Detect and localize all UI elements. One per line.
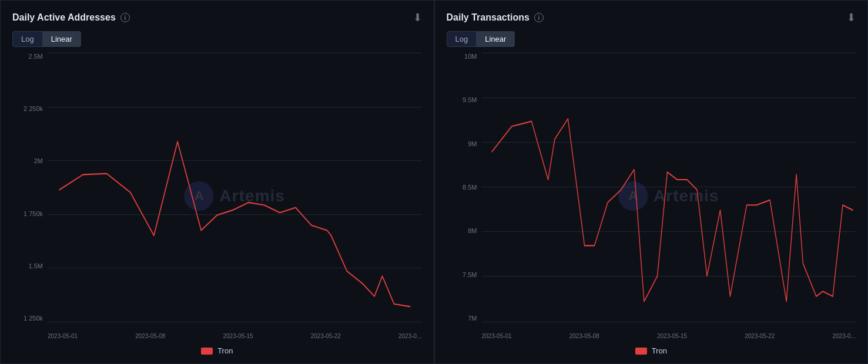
toggle-group-2: Log Linear bbox=[447, 31, 856, 47]
y-label-2-4: 8M bbox=[447, 227, 482, 234]
legend-1: Tron bbox=[12, 344, 422, 355]
y-label-2-5: 7.5M bbox=[447, 271, 482, 278]
y-label-2-1: 9.5M bbox=[447, 96, 482, 103]
x-label-1-2: 2023-05-15 bbox=[223, 333, 253, 339]
legend-2: Tron bbox=[447, 344, 856, 355]
x-label-1-3: 2023-05-22 bbox=[311, 333, 341, 339]
y-label-1-0: 2.5M bbox=[12, 53, 48, 60]
info-icon-2[interactable]: i bbox=[534, 13, 544, 22]
legend-color-tron-1 bbox=[201, 348, 213, 355]
x-label-1-4: 2023-0... bbox=[398, 333, 421, 339]
chart-title-2: Daily Transactions i bbox=[447, 12, 544, 23]
legend-color-tron-2 bbox=[635, 348, 647, 355]
chart-title-text-1: Daily Active Addresses bbox=[12, 12, 116, 23]
chart-header-1: Daily Active Addresses i ⬇ bbox=[12, 11, 422, 24]
y-label-1-4: 1.5M bbox=[12, 262, 48, 269]
x-label-1-1: 2023-05-08 bbox=[135, 333, 165, 339]
y-label-1-1: 2 250k bbox=[12, 105, 48, 112]
chart-title-1: Daily Active Addresses i bbox=[12, 12, 130, 23]
y-axis-2: 10M 9.5M 9M 8.5M 8M 7.5M 7M bbox=[447, 53, 482, 339]
chart-title-text-2: Daily Transactions bbox=[447, 12, 529, 23]
download-icon-1[interactable]: ⬇ bbox=[413, 11, 422, 24]
x-axis-2: 2023-05-01 2023-05-08 2023-05-15 2023-05… bbox=[482, 322, 856, 339]
legend-label-tron-2: Tron bbox=[652, 346, 667, 355]
y-label-1-5: 1 250k bbox=[12, 315, 48, 322]
chart-svg-2 bbox=[482, 53, 856, 322]
log-toggle-1[interactable]: Log bbox=[12, 31, 43, 47]
chart-panel-daily-active-addresses: Daily Active Addresses i ⬇ Log Linear 2.… bbox=[0, 0, 434, 364]
y-label-2-6: 7M bbox=[447, 315, 482, 322]
y-label-2-2: 9M bbox=[447, 140, 482, 147]
x-label-2-3: 2023-05-22 bbox=[745, 333, 775, 339]
x-label-1-0: 2023-05-01 bbox=[48, 333, 78, 339]
y-label-1-2: 2M bbox=[12, 157, 48, 164]
y-label-2-3: 8.5M bbox=[447, 184, 482, 191]
chart-header-2: Daily Transactions i ⬇ bbox=[447, 11, 856, 24]
log-toggle-2[interactable]: Log bbox=[447, 31, 477, 47]
x-label-2-4: 2023-0... bbox=[833, 333, 856, 339]
info-icon-1[interactable]: i bbox=[120, 13, 130, 22]
chart-panel-daily-transactions: Daily Transactions i ⬇ Log Linear 10M 9.… bbox=[434, 0, 869, 364]
chart-inner-1: A Artemis 2023-05-01 2023-05-08 2023-05-… bbox=[48, 53, 422, 339]
x-axis-1: 2023-05-01 2023-05-08 2023-05-15 2023-05… bbox=[48, 322, 422, 339]
y-label-1-3: 1 750k bbox=[12, 210, 48, 217]
legend-label-tron-1: Tron bbox=[217, 346, 233, 355]
linear-toggle-1[interactable]: Linear bbox=[43, 31, 81, 47]
chart-area-2: 10M 9.5M 9M 8.5M 8M 7.5M 7M bbox=[447, 53, 856, 339]
y-axis-1: 2.5M 2 250k 2M 1 750k 1.5M 1 250k bbox=[12, 53, 48, 339]
charts-container: Daily Active Addresses i ⬇ Log Linear 2.… bbox=[0, 0, 868, 364]
linear-toggle-2[interactable]: Linear bbox=[477, 31, 515, 47]
chart-svg-1 bbox=[48, 53, 422, 322]
chart-inner-2: A Artemis 2023-05-01 2023-05-08 2023-05-… bbox=[482, 53, 856, 339]
toggle-group-1: Log Linear bbox=[12, 31, 422, 47]
y-label-2-0: 10M bbox=[447, 53, 482, 60]
download-icon-2[interactable]: ⬇ bbox=[847, 11, 856, 24]
x-label-2-1: 2023-05-08 bbox=[569, 333, 599, 339]
x-label-2-0: 2023-05-01 bbox=[482, 333, 512, 339]
x-label-2-2: 2023-05-15 bbox=[657, 333, 687, 339]
chart-area-1: 2.5M 2 250k 2M 1 750k 1.5M 1 250k bbox=[12, 53, 422, 339]
